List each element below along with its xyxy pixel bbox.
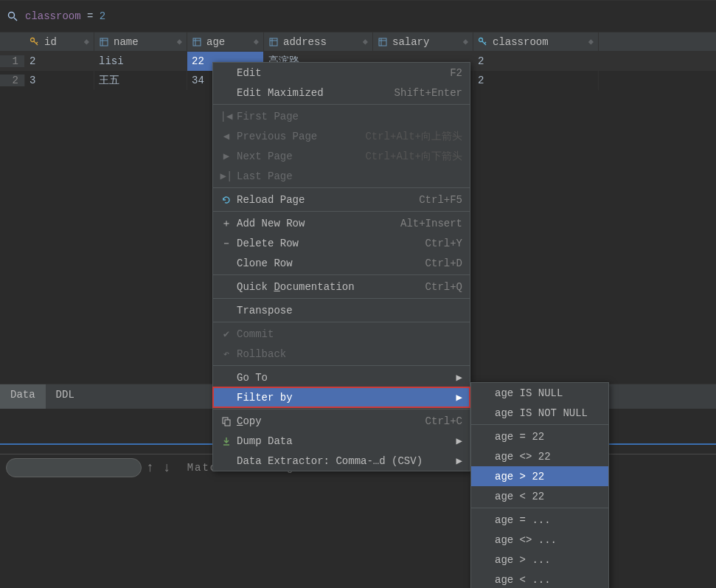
menu-commit: ✔Commit bbox=[213, 324, 470, 344]
sort-icon[interactable]: ◆ bbox=[84, 36, 89, 47]
copy-icon bbox=[219, 416, 234, 426]
column-label: name bbox=[114, 36, 139, 48]
submenu-lt[interactable]: age < 22 bbox=[471, 486, 608, 506]
submenu-neq-custom[interactable]: age <> ... bbox=[471, 530, 608, 550]
menu-clone-row[interactable]: Clone RowCtrl+D bbox=[213, 253, 470, 273]
menu-delete-row[interactable]: －Delete RowCtrl+Y bbox=[213, 233, 470, 253]
menu-add-new-row[interactable]: ＋Add New RowAlt+Insert bbox=[213, 213, 470, 233]
menu-separator bbox=[471, 424, 608, 425]
key-icon bbox=[29, 37, 40, 47]
submenu-arrow-icon: ▶ bbox=[456, 391, 462, 404]
next-page-icon: ▶ bbox=[219, 150, 234, 162]
column-label: classroom bbox=[493, 36, 549, 48]
column-label: salary bbox=[392, 36, 429, 48]
search-icon bbox=[6, 10, 19, 23]
column-header-salary[interactable]: salary ◆ bbox=[373, 32, 473, 51]
svg-point-0 bbox=[9, 13, 15, 18]
column-icon bbox=[268, 37, 279, 47]
submenu-is-not-null[interactable]: age IS NOT NULL bbox=[471, 403, 608, 423]
menu-first-page: |◀First Page bbox=[213, 106, 470, 126]
column-icon bbox=[192, 37, 202, 47]
svg-line-1 bbox=[14, 18, 17, 21]
tab-data[interactable]: Data bbox=[0, 384, 46, 409]
submenu-arrow-icon: ▶ bbox=[456, 371, 462, 384]
column-header-id[interactable]: id ◆ bbox=[25, 32, 94, 51]
table-header-row: id ◆ name ◆ age ◆ address ◆ salary ◆ cla… bbox=[0, 32, 716, 52]
cell-name[interactable]: 王五 bbox=[94, 71, 187, 90]
menu-edit-maximized[interactable]: Edit MaximizedShift+Enter bbox=[213, 83, 470, 103]
sort-icon[interactable]: ◆ bbox=[177, 36, 182, 47]
minus-icon: － bbox=[219, 237, 234, 250]
menu-separator bbox=[213, 274, 470, 275]
submenu-lt-custom[interactable]: age < ... bbox=[471, 570, 608, 588]
svg-rect-11 bbox=[270, 38, 277, 46]
first-page-icon: |◀ bbox=[219, 110, 234, 122]
context-menu: EditF2 Edit MaximizedShift+Enter |◀First… bbox=[212, 62, 470, 471]
menu-separator bbox=[213, 104, 470, 105]
submenu-neq[interactable]: age <> 22 bbox=[471, 446, 608, 466]
row-number: 1 bbox=[0, 55, 25, 67]
menu-quick-documentation[interactable]: Quick DocumentationCtrl+Q bbox=[213, 277, 470, 297]
column-header-age[interactable]: age ◆ bbox=[187, 32, 264, 51]
column-header-classroom[interactable]: classroom ◆ bbox=[473, 32, 599, 51]
menu-separator bbox=[213, 211, 470, 212]
commit-icon: ✔ bbox=[219, 328, 234, 340]
menu-separator bbox=[213, 187, 470, 188]
menu-copy[interactable]: CopyCtrl+C bbox=[213, 411, 470, 431]
cell-classroom[interactable]: 2 bbox=[473, 71, 599, 90]
svg-rect-21 bbox=[225, 420, 230, 426]
reload-icon bbox=[219, 195, 234, 205]
menu-filter-by[interactable]: Filter by▶ bbox=[213, 387, 470, 407]
cell-name[interactable]: lisi bbox=[94, 52, 187, 71]
svg-point-2 bbox=[31, 38, 35, 41]
submenu-is-null[interactable]: age IS NULL bbox=[471, 383, 608, 403]
find-prev-icon[interactable]: ↑ bbox=[146, 460, 154, 475]
column-label: address bbox=[283, 36, 327, 48]
column-label: age bbox=[206, 36, 225, 48]
svg-rect-5 bbox=[100, 38, 108, 46]
submenu-eq[interactable]: age = 22 bbox=[471, 426, 608, 446]
svg-rect-8 bbox=[193, 38, 201, 46]
menu-reload-page[interactable]: Reload PageCtrl+F5 bbox=[213, 190, 470, 210]
menu-edit[interactable]: EditF2 bbox=[213, 63, 470, 83]
find-input[interactable] bbox=[6, 458, 142, 477]
menu-last-page: ▶|Last Page bbox=[213, 166, 470, 186]
find-next-icon[interactable]: ↓ bbox=[163, 460, 171, 475]
menu-separator bbox=[213, 365, 470, 366]
menu-rollback: ↶Rollback bbox=[213, 344, 470, 364]
sort-icon[interactable]: ◆ bbox=[588, 36, 594, 47]
download-icon bbox=[219, 436, 234, 446]
menu-separator bbox=[213, 322, 470, 322]
cell-id[interactable]: 3 bbox=[25, 71, 94, 90]
cell-classroom[interactable]: 2 bbox=[473, 52, 599, 71]
tab-ddl[interactable]: DDL bbox=[46, 384, 85, 409]
submenu-gt[interactable]: age > 22 bbox=[471, 466, 608, 486]
menu-separator bbox=[471, 508, 608, 508]
menu-next-page: ▶Next PageCtrl+Alt+向下箭头 bbox=[213, 146, 470, 166]
menu-previous-page: ◀Previous PageCtrl+Alt+向上箭头 bbox=[213, 126, 470, 146]
menu-separator bbox=[213, 298, 470, 299]
sort-icon[interactable]: ◆ bbox=[254, 36, 259, 47]
submenu-gt-custom[interactable]: age > ... bbox=[471, 550, 608, 570]
filter-expression[interactable]: classroom = 2 bbox=[25, 10, 105, 22]
menu-go-to[interactable]: Go To▶ bbox=[213, 367, 470, 387]
column-header-name[interactable]: name ◆ bbox=[94, 32, 187, 51]
submenu-eq-custom[interactable]: age = ... bbox=[471, 510, 608, 530]
last-page-icon: ▶| bbox=[219, 170, 234, 182]
rollback-icon: ↶ bbox=[219, 347, 234, 360]
column-header-address[interactable]: address ◆ bbox=[264, 32, 373, 51]
menu-transpose[interactable]: Transpose bbox=[213, 300, 470, 320]
sort-icon[interactable]: ◆ bbox=[363, 36, 368, 47]
menu-dump-data[interactable]: Dump Data▶ bbox=[213, 431, 470, 451]
prev-page-icon: ◀ bbox=[219, 130, 234, 142]
cell-id[interactable]: 2 bbox=[25, 52, 94, 71]
svg-point-17 bbox=[479, 38, 483, 41]
svg-rect-14 bbox=[379, 38, 386, 46]
sort-icon[interactable]: ◆ bbox=[463, 36, 468, 47]
menu-data-extractor[interactable]: Data Extractor: Comma-…d (CSV)▶ bbox=[213, 451, 470, 471]
column-label: id bbox=[44, 36, 57, 48]
column-icon bbox=[378, 37, 388, 47]
row-number: 2 bbox=[0, 75, 25, 86]
svg-line-19 bbox=[484, 42, 486, 44]
submenu-arrow-icon: ▶ bbox=[456, 454, 462, 467]
